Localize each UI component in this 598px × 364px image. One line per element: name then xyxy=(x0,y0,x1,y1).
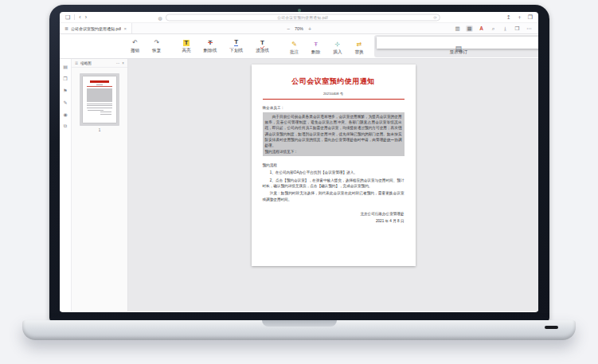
new-tab-icon[interactable]: ＋ xyxy=(517,14,522,22)
view-grid-icon[interactable]: ▦ xyxy=(466,25,473,32)
show-revision-icon: ▤ xyxy=(377,37,538,49)
zoom-out-button[interactable]: − xyxy=(287,25,290,31)
bookmark-icon[interactable]: ⚑ xyxy=(63,88,67,93)
thumbnails-icon[interactable]: ▤ xyxy=(63,64,68,69)
annotation-list-icon[interactable]: ✎ xyxy=(63,100,67,105)
tab-bar: ≣ 公司会议室预约使用通知.pdf × − 70% + ▥ ▦ A ⌕ ⤓ ❐ … xyxy=(60,23,538,34)
panel-more-icon[interactable]: ⋯ xyxy=(116,61,120,65)
panel-close-icon[interactable]: × xyxy=(122,61,124,65)
replace-markup-button[interactable]: ⇄ 替换 xyxy=(352,38,365,57)
squiggly-button[interactable]: T 波浪线 xyxy=(253,37,272,56)
window-chrome-bar: ❏ ‹ › ◍ 公司会议室预约使用通知.pdf ⟳ ↥ ＋ ❐ xyxy=(60,12,538,23)
pages-icon[interactable]: ❐ xyxy=(63,76,67,81)
thumbnail-panel: ☰ 缩略图 ⋯ × xyxy=(72,59,128,311)
process-title: 预约流程 xyxy=(263,162,405,168)
underline-button[interactable]: T 下划线 xyxy=(227,37,245,56)
laptop-base xyxy=(22,320,576,340)
sidebar-toggle-icon[interactable]: ❏ xyxy=(65,14,70,21)
process-step-2: 2、点击【预约会议室】，在弹窗中输入提交，选择相应的会议室与使用时间、预计时长，… xyxy=(263,178,405,190)
delete-markup-icon: Ŧ xyxy=(314,40,318,49)
document-title: 公司会议室预约使用通知 xyxy=(263,76,405,87)
notice-line: 注意：如预约时段无法选择，则代表此会议室在此时段已被预约，需要更换会议室或调整使… xyxy=(263,190,405,202)
main-area: ▤ ❐ ⚑ ✎ ◉ ⧉ ☰ 缩略图 ⋯ × xyxy=(60,59,538,311)
comment-button[interactable]: ✎ 批注 xyxy=(287,38,301,57)
strikethrough-button[interactable]: T 删除线 xyxy=(201,37,220,56)
stamp-icon[interactable]: ◉ xyxy=(63,112,67,117)
divider xyxy=(74,14,75,20)
annotate-icon[interactable]: A xyxy=(478,25,485,31)
thumbnail-panel-header: ☰ 缩略图 ⋯ × xyxy=(72,59,127,68)
thumbnail-page-number: 1 xyxy=(99,128,101,132)
forward-icon[interactable]: › xyxy=(85,14,87,20)
redo-button[interactable]: ↷ 恢复 xyxy=(150,37,163,56)
insert-markup-button[interactable]: ⊹ 插入 xyxy=(330,38,344,57)
document-tab[interactable]: ≣ 公司会议室预约使用通知.pdf × xyxy=(60,23,132,33)
panel-title: 缩略图 xyxy=(80,61,92,65)
document-icon: ≣ xyxy=(64,25,68,31)
page-badge-icon[interactable]: ◍ xyxy=(158,14,162,20)
signature-date: 2021 年 4 月 8 日 xyxy=(263,218,405,224)
undo-icon: ↶ xyxy=(132,38,138,47)
sidebar-icon-rail: ▤ ❐ ⚑ ✎ ◉ ⧉ xyxy=(60,59,72,311)
lid-notch xyxy=(262,320,337,327)
tab-title: 公司会议室预约使用通知.pdf xyxy=(71,26,121,31)
share-icon[interactable]: ↥ xyxy=(506,14,511,21)
redo-icon: ↷ xyxy=(154,38,159,47)
highlight-button[interactable]: T 高亮 xyxy=(179,37,193,56)
more-icon[interactable]: ⋯ xyxy=(526,25,533,32)
document-viewport[interactable]: 公司会议室预约使用通知 20210408 号 致全体员工： 由于目前公司例会及各… xyxy=(128,59,538,311)
show-revision-button[interactable]: ▤ 显示修订 xyxy=(374,35,538,57)
zoom-in-button[interactable]: + xyxy=(308,25,311,31)
address-text: 公司会议室预约使用通知.pdf xyxy=(277,15,328,20)
reload-icon[interactable]: ⟳ xyxy=(433,15,436,20)
thumbnail-page-preview xyxy=(83,76,116,123)
tabs-overview-icon[interactable]: ❐ xyxy=(528,14,533,21)
strikethrough-icon: T xyxy=(209,38,213,47)
process-step-1: 1、在公司内部OA办公平台找到【会议室管理】进入。 xyxy=(263,170,405,175)
address-bar[interactable]: 公司会议室预约使用通知.pdf ⟳ xyxy=(166,14,440,21)
window-icon[interactable]: ❐ xyxy=(514,25,521,32)
document-number: 20210408 号 xyxy=(263,92,405,96)
highlight-icon: T xyxy=(183,38,190,47)
replace-markup-icon: ⇄ xyxy=(357,40,362,49)
zoom-controls: − 70% + xyxy=(287,25,311,31)
search-icon[interactable]: ⌕ xyxy=(490,25,497,32)
squiggly-icon: T xyxy=(260,38,264,47)
download-icon[interactable]: ⤓ xyxy=(502,25,509,32)
salutation: 致全体员工： xyxy=(263,105,405,111)
app-window: ❏ ‹ › ◍ 公司会议室预约使用通知.pdf ⟳ ↥ ＋ ❐ ≣ 公司会议室预… xyxy=(60,12,538,312)
link-icon[interactable]: ⧉ xyxy=(64,123,67,129)
tab-close-icon[interactable]: × xyxy=(123,26,127,31)
title-rule xyxy=(263,99,405,100)
pdf-page: 公司会议室预约使用通知 20210408 号 致全体员工： 由于目前公司例会及各… xyxy=(252,65,416,266)
back-icon[interactable]: ‹ xyxy=(79,14,80,20)
zoom-level[interactable]: 70% xyxy=(295,26,303,31)
highlighted-paragraph: 由于目前公司例会及各类会议逐渐增多，会议室使用频繁，为提高会议室的使用效率，完善… xyxy=(263,112,405,156)
signature: 北京公司行政办公室管理处 xyxy=(263,211,405,217)
annotation-toolbar: ↶ 撤销 ↷ 恢复 T 高亮 T 删除线 T 下划线 T xyxy=(60,34,538,59)
underline-icon: T xyxy=(234,38,238,47)
view-list-icon[interactable]: ▥ xyxy=(454,25,461,32)
page-thumbnail[interactable] xyxy=(80,73,119,126)
base-foot xyxy=(545,326,558,329)
comment-icon: ✎ xyxy=(291,40,297,49)
panel-menu-icon[interactable]: ☰ xyxy=(75,61,78,65)
undo-button[interactable]: ↶ 撤销 xyxy=(128,37,142,56)
insert-markup-icon: ⊹ xyxy=(335,40,341,49)
delete-markup-button[interactable]: Ŧ 删除 xyxy=(309,38,322,57)
